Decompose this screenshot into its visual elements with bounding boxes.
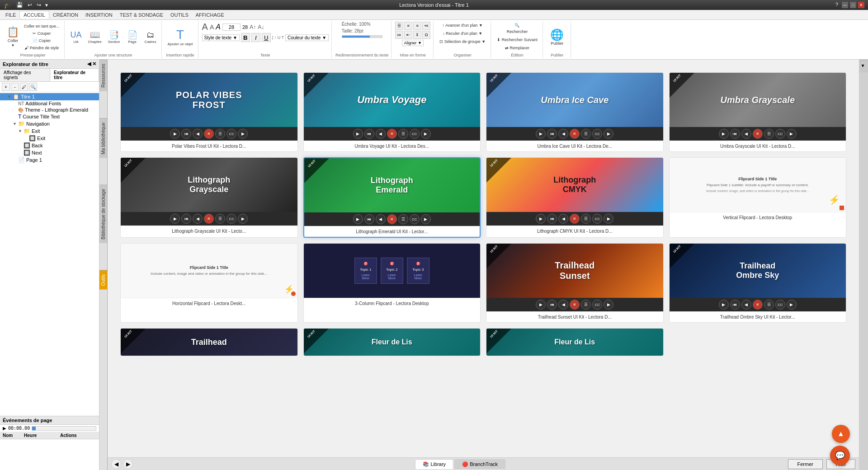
window-help[interactable]: ? — [834, 2, 840, 8]
expand-all-btn[interactable]: + — [2, 83, 10, 91]
italic-btn[interactable]: I — [251, 33, 260, 42]
ctrl-prev-5[interactable]: ⏮ — [181, 214, 191, 224]
ribbon-peindre-btn[interactable]: 🖌 Peindre de style — [22, 45, 61, 51]
ctrl-next[interactable]: ▶ — [238, 129, 248, 139]
ribbon-page-btn[interactable]: 📄 Page — [124, 28, 141, 45]
tab-signets[interactable]: Affichage des signets — [0, 69, 50, 81]
card-umbra-gray[interactable]: UI KIT Umbra Grayscale ▶ ⏮ ◀ ✕ ☰ CC ▶ — [669, 72, 847, 152]
ctrl-back-3[interactable]: ◀ — [558, 129, 568, 139]
ctrl-back[interactable]: ◀ — [193, 129, 203, 139]
ribbon-coller-btn[interactable]: 📋 Coller ▼ — [5, 25, 21, 49]
ctrl-close-2[interactable]: ✕ — [387, 129, 397, 139]
tree-item-next[interactable]: 🔲 Next — [0, 149, 99, 156]
ctrl-next-5[interactable]: ▶ — [238, 214, 248, 224]
card-litho-emerald[interactable]: UI KIT LithographEmerald ▶ ⏮ ◀ ✕ ☰ CC ▶ — [303, 157, 481, 238]
ctrl-prev-7[interactable]: ⏮ — [547, 214, 557, 224]
card-flipcard-h[interactable]: Flipcard Side 1 Title Include content, i… — [120, 243, 298, 323]
ctrl-prev-3[interactable]: ⏮ — [547, 129, 557, 139]
ctrl-prev-2[interactable]: ⏮ — [364, 129, 374, 139]
menu-accueil[interactable]: ACCUEIL — [19, 11, 49, 19]
ctrl-back-11[interactable]: ◀ — [558, 300, 568, 310]
remplacer-btn[interactable]: ⇄ Remplacer — [503, 44, 532, 52]
ribbon-chapitre-btn[interactable]: 📖 Chapitre — [86, 28, 104, 45]
explorer-close[interactable]: ✕ — [92, 61, 96, 67]
add-item-btn[interactable]: 🖊 — [20, 83, 28, 91]
search-tree-btn[interactable]: 🔍 — [29, 83, 37, 91]
outdent-btn[interactable]: ⇤ — [404, 31, 412, 39]
list-btn[interactable]: •≡ — [422, 22, 430, 30]
ctrl-next-11[interactable]: ▶ — [604, 300, 613, 310]
style-texte-btn[interactable]: Style de texte ▼ — [202, 34, 240, 41]
ctrl-play-12[interactable]: ▶ — [719, 300, 729, 310]
ribbon-ua-btn[interactable]: UA UA — [68, 29, 84, 45]
ctrl-cc-4[interactable]: CC — [775, 129, 785, 139]
card-flipcard-v[interactable]: Flipcard Side 1 Title Flipcard Side 1 su… — [669, 157, 847, 238]
tree-item-fonts[interactable]: NT Additional Fonts — [0, 100, 99, 107]
ctrl-close[interactable]: ✕ — [204, 129, 214, 139]
tab-explorateur[interactable]: Explorateur de titre — [50, 69, 99, 81]
ctrl-close-3[interactable]: ✕ — [570, 129, 580, 139]
ctrl-prev-6[interactable]: ⏮ — [364, 214, 374, 224]
tree-item-course-title[interactable]: T Course Title Text — [0, 113, 99, 120]
card-trailhead-sunset[interactable]: UI KIT TrailheadSunset ▶ ⏮ ◀ ✕ ☰ CC ▶ — [486, 243, 664, 323]
ctrl-play-5[interactable]: ▶ — [170, 214, 180, 224]
card-3col[interactable]: 🎯 Topic 1 Learn More 🎯 Topic 2 Learn Mor… — [303, 243, 481, 323]
reculer-btn[interactable]: ↓ Reculer d'un plan ▼ — [440, 30, 485, 37]
ctrl-menu-11[interactable]: ☰ — [581, 300, 591, 310]
menu-insertion[interactable]: INSERTION — [82, 11, 116, 19]
quick-access-dropdown[interactable]: ▼ — [44, 3, 49, 8]
ctrl-menu-6[interactable]: ☰ — [398, 214, 408, 224]
explorer-toggle[interactable]: ◀ — [87, 61, 91, 67]
aligner-btn[interactable]: Aligner ▼ — [402, 40, 423, 46]
lib-tab-library[interactable]: 📚 Library — [415, 459, 453, 469]
ctrl-cc-6[interactable]: CC — [410, 214, 420, 224]
ctrl-close-4[interactable]: ✕ — [753, 129, 763, 139]
ctrl-menu-2[interactable]: ☰ — [398, 129, 408, 139]
page-prev-btn[interactable]: ◀ — [111, 459, 121, 469]
indent-btn[interactable]: ↦ — [395, 31, 403, 39]
timeline-track[interactable] — [32, 426, 96, 431]
avancer-btn[interactable]: ↑ Avancer d'un plan ▼ — [440, 22, 485, 29]
ribbon-ajouter-objet-btn[interactable]: T Ajouter un objet — [165, 26, 195, 47]
quick-access-save[interactable]: 💾 — [15, 2, 24, 8]
menu-creation[interactable]: CRÉATION — [49, 11, 82, 19]
ctrl-next-4[interactable]: ▶ — [787, 129, 797, 139]
side-tab-stockage[interactable]: Bibliothèque de stockage — [99, 185, 107, 243]
lib-tab-branchtrack[interactable]: 🔴 BranchTrack — [454, 459, 505, 469]
menu-affichage[interactable]: AFFICHAGE — [192, 11, 228, 19]
ribbon-section-btn[interactable]: 📑 Section — [106, 28, 123, 45]
tree-item-theme[interactable]: 🎨 Theme - Lithograph Emerald — [0, 107, 99, 113]
selection-groupe-btn[interactable]: ⊡ Sélection de groupe ▼ — [437, 38, 488, 45]
ctrl-menu-4[interactable]: ☰ — [764, 129, 774, 139]
quick-access-undo[interactable]: ↩ — [26, 2, 33, 8]
ctrl-cc-5[interactable]: CC — [226, 214, 236, 224]
ctrl-close-12[interactable]: ✕ — [753, 300, 763, 310]
ctrl-close-5[interactable]: ✕ — [204, 214, 214, 224]
align-center-btn[interactable]: ≡ — [404, 22, 412, 30]
font-size-down[interactable]: A↓ — [258, 24, 264, 30]
ctrl-menu-3[interactable]: ☰ — [581, 129, 591, 139]
scroll-up-btn[interactable]: ▲ — [832, 425, 850, 443]
font-size-input[interactable] — [222, 24, 241, 31]
bold-btn[interactable]: B — [241, 33, 250, 42]
ctrl-cc-3[interactable]: CC — [592, 129, 602, 139]
ctrl-play-11[interactable]: ▶ — [536, 300, 546, 310]
collapse-all-btn[interactable]: - — [11, 83, 19, 91]
ctrl-close-6[interactable]: ✕ — [387, 214, 397, 224]
ctrl-back-7[interactable]: ◀ — [558, 214, 568, 224]
menu-test[interactable]: TEST & SONDAGE — [116, 11, 167, 19]
side-tab-outils[interactable]: Outils — [99, 270, 107, 290]
ctrl-play-7[interactable]: ▶ — [536, 214, 546, 224]
card-umbra-voyage[interactable]: UI KIT Umbra Voyage ▶ ⏮ ◀ ✕ ☰ CC ▶ Um — [303, 72, 481, 152]
rechercher-suivant-btn[interactable]: ⬇ Rechercher Suivant — [495, 36, 540, 43]
ctrl-prev-4[interactable]: ⏮ — [730, 129, 740, 139]
ctrl-play-3[interactable]: ▶ — [536, 129, 546, 139]
coller-dropdown[interactable]: ▼ — [11, 43, 15, 47]
ctrl-cc-7[interactable]: CC — [592, 214, 602, 224]
ribbon-coller-tant-btn[interactable]: Coller en tant que... — [22, 23, 61, 29]
quick-access-redo[interactable]: ↪ — [35, 2, 42, 8]
ctrl-menu-5[interactable]: ☰ — [215, 214, 225, 224]
ctrl-menu-12[interactable]: ☰ — [764, 300, 774, 310]
ctrl-next-3[interactable]: ▶ — [604, 129, 613, 139]
ctrl-close-11[interactable]: ✕ — [570, 300, 580, 310]
